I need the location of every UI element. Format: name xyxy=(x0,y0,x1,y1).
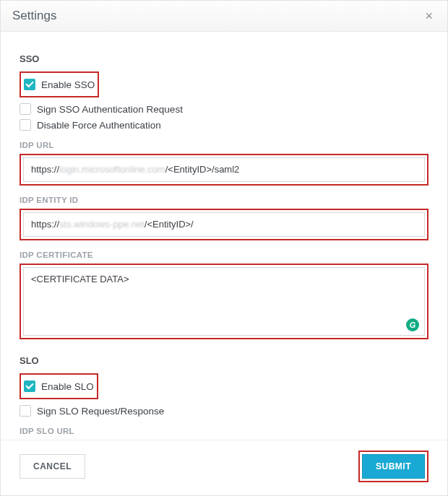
idp-entity-id-highlight: https://sts.windows-ppe.net/<EntityID>/ xyxy=(20,209,428,240)
idp-cert-label: IDP CERTIFICATE xyxy=(20,251,428,259)
disable-force-checkbox[interactable] xyxy=(20,119,31,131)
idp-url-blurred: login.microsoftonline.com xyxy=(59,164,165,175)
settings-modal: Settings × SSO Enable SSO Sign SSO Authe… xyxy=(0,0,448,496)
enable-sso-highlight: Enable SSO xyxy=(20,71,99,97)
idp-url-label: IDP URL xyxy=(20,141,428,149)
sign-sso-option[interactable]: Sign SSO Authentication Request xyxy=(20,103,428,115)
idp-cert-textarea[interactable] xyxy=(23,267,425,336)
idp-entity-id-prefix: https:// xyxy=(31,219,59,230)
sign-slo-checkbox[interactable] xyxy=(20,405,31,417)
sign-slo-option[interactable]: Sign SLO Request/Response xyxy=(20,405,428,417)
enable-sso-checkbox[interactable] xyxy=(24,79,35,90)
enable-slo-checkbox[interactable] xyxy=(24,380,35,392)
cancel-button[interactable]: CANCEL xyxy=(20,454,85,479)
modal-title: Settings xyxy=(12,9,56,23)
modal-body: SSO Enable SSO Sign SSO Authentication R… xyxy=(1,32,447,440)
grammarly-icon[interactable]: G xyxy=(406,318,419,331)
submit-highlight: SUBMIT xyxy=(358,451,428,482)
close-icon[interactable]: × xyxy=(422,8,436,24)
enable-sso-label: Enable SSO xyxy=(41,79,95,90)
enable-sso-option[interactable]: Enable SSO xyxy=(24,79,95,90)
idp-entity-id-label: IDP ENTITY ID xyxy=(20,196,428,204)
disable-force-option[interactable]: Disable Force Authentication xyxy=(20,119,428,131)
slo-section-label: SLO xyxy=(20,355,428,366)
enable-slo-highlight: Enable SLO xyxy=(20,373,98,399)
idp-url-prefix: https:// xyxy=(31,164,59,175)
modal-header: Settings × xyxy=(1,1,447,32)
submit-button[interactable]: SUBMIT xyxy=(362,454,425,479)
disable-force-label: Disable Force Authentication xyxy=(37,120,161,131)
idp-entity-id-input[interactable]: https://sts.windows-ppe.net/<EntityID>/ xyxy=(23,212,425,237)
modal-footer: CANCEL SUBMIT xyxy=(1,440,447,495)
enable-slo-option[interactable]: Enable SLO xyxy=(24,380,94,392)
idp-url-highlight: https://login.microsoftonline.com/<Entit… xyxy=(20,154,428,186)
idp-url-suffix: /<EntityID>/saml2 xyxy=(165,164,240,175)
idp-cert-highlight: G xyxy=(20,264,428,339)
enable-slo-label: Enable SLO xyxy=(41,381,94,392)
sso-section-label: SSO xyxy=(20,53,428,64)
sign-sso-label: Sign SSO Authentication Request xyxy=(37,104,183,115)
sign-slo-label: Sign SLO Request/Response xyxy=(37,406,164,417)
sign-sso-checkbox[interactable] xyxy=(20,103,31,115)
idp-url-input[interactable]: https://login.microsoftonline.com/<Entit… xyxy=(23,157,425,182)
idp-entity-id-blurred: sts.windows-ppe.net xyxy=(59,219,145,230)
idp-slo-url-label: IDP SLO URL xyxy=(20,427,428,435)
idp-entity-id-suffix: /<EntityID>/ xyxy=(145,219,194,230)
idp-cert-wrap: G xyxy=(23,267,425,336)
